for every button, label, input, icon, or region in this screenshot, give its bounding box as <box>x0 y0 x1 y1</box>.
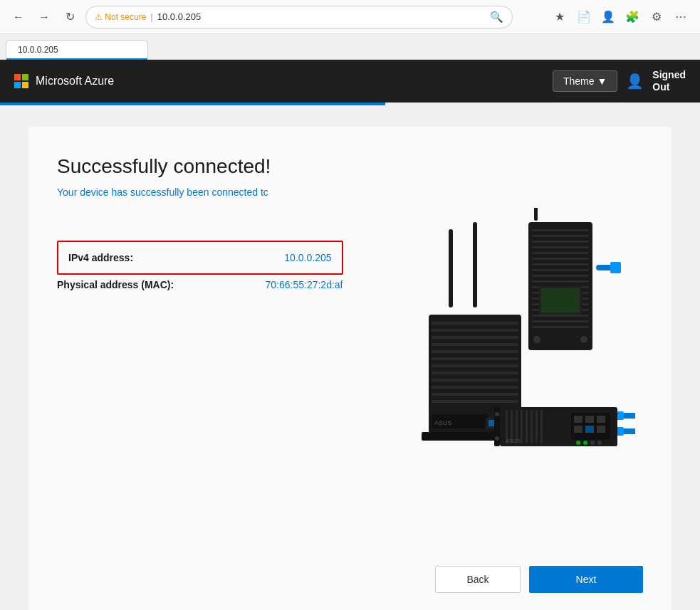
svg-point-47 <box>580 336 587 343</box>
back-nav-button[interactable]: ← <box>9 7 28 27</box>
card-top: Successfully connected! Your device has … <box>57 155 643 530</box>
svg-rect-6 <box>432 343 518 346</box>
extensions-icon[interactable]: 🧩 <box>622 6 643 28</box>
svg-rect-14 <box>432 400 518 403</box>
theme-button[interactable]: Theme ▼ <box>553 70 617 92</box>
svg-rect-27 <box>532 235 589 237</box>
svg-point-75 <box>495 436 499 441</box>
ipv4-row: IPv4 address: 10.0.0.205 <box>68 249 332 266</box>
card-right: ASUS <box>357 155 644 530</box>
svg-text:ASUS: ASUS <box>434 419 452 426</box>
svg-rect-3 <box>432 322 518 325</box>
svg-rect-22 <box>534 208 538 221</box>
settings-icon[interactable]: ⚙ <box>646 6 667 28</box>
svg-rect-64 <box>597 416 605 423</box>
svg-rect-45 <box>541 288 580 312</box>
ipv4-info-box: IPv4 address: 10.0.0.205 <box>57 241 343 275</box>
azure-title: Microsoft Azure <box>36 75 114 88</box>
svg-rect-12 <box>432 386 518 389</box>
favorites-icon[interactable]: ★ <box>549 6 570 28</box>
next-button[interactable]: Next <box>529 566 643 593</box>
ms-square-yellow <box>22 82 28 88</box>
svg-rect-57 <box>526 410 528 443</box>
svg-rect-33 <box>532 269 589 271</box>
address-bar[interactable]: ⚠ Not secure | 10.0.0.205 🔍 <box>85 6 513 28</box>
user-icon[interactable]: 👤 <box>626 73 644 90</box>
main-content: Successfully connected! Your device has … <box>0 105 700 610</box>
success-subtitle: Your device has successfully been connec… <box>57 186 343 198</box>
collections-icon[interactable]: 📄 <box>573 6 595 28</box>
svg-rect-7 <box>432 350 518 353</box>
svg-point-46 <box>533 336 540 343</box>
svg-rect-67 <box>597 426 605 433</box>
svg-rect-26 <box>532 229 589 231</box>
svg-rect-30 <box>532 252 589 254</box>
more-options-button[interactable]: ⋯ <box>670 6 691 28</box>
svg-rect-9 <box>432 364 518 367</box>
svg-rect-5 <box>432 336 518 339</box>
svg-rect-62 <box>574 416 583 423</box>
svg-rect-32 <box>532 263 589 265</box>
svg-rect-65 <box>574 426 583 433</box>
svg-rect-60 <box>540 410 543 443</box>
ms-square-blue <box>14 82 21 88</box>
svg-text:ASUS: ASUS <box>506 438 521 444</box>
svg-rect-41 <box>532 315 589 317</box>
svg-rect-31 <box>532 258 589 260</box>
active-tab[interactable]: 10.0.0.205 <box>6 40 148 59</box>
svg-rect-19 <box>489 420 494 426</box>
ipv4-value: 10.0.0.205 <box>284 252 331 263</box>
theme-label: Theme <box>563 75 595 87</box>
mac-row: Physical address (MAC): 70:66:55:27:2d:a… <box>57 275 343 295</box>
mac-value: 70:66:55:27:2d:af <box>266 279 343 290</box>
svg-rect-0 <box>449 229 453 307</box>
svg-rect-13 <box>432 393 518 396</box>
browser-chrome: ← → ↻ ⚠ Not secure | 10.0.0.205 🔍 ★ 📄 👤 … <box>0 0 700 34</box>
svg-rect-11 <box>432 379 518 382</box>
refresh-button[interactable]: ↻ <box>60 7 80 27</box>
svg-point-69 <box>583 441 587 445</box>
tab-title: 10.0.0.205 <box>18 45 58 55</box>
svg-rect-8 <box>432 357 518 360</box>
security-warning-icon: ⚠ Not secure <box>95 12 146 22</box>
content-card: Successfully connected! Your device has … <box>28 127 672 610</box>
svg-rect-42 <box>532 320 589 322</box>
forward-nav-button[interactable]: → <box>34 7 54 27</box>
svg-rect-28 <box>532 241 589 243</box>
header-right: Theme ▼ 👤 Signed Out <box>553 69 686 93</box>
svg-rect-4 <box>432 329 518 332</box>
tab-bar: 10.0.0.205 <box>0 34 700 60</box>
browser-actions: ★ 📄 👤 🧩 ⚙ ⋯ <box>549 6 691 28</box>
card-left: Successfully connected! Your device has … <box>57 155 343 530</box>
azure-logo: Microsoft Azure <box>14 74 114 88</box>
svg-rect-43 <box>532 326 589 328</box>
search-icon: 🔍 <box>490 11 503 23</box>
microsoft-logo <box>14 74 28 88</box>
ms-square-green <box>22 74 28 80</box>
mac-label: Physical address (MAC): <box>57 279 174 290</box>
card-bottom: Back Next <box>57 552 643 593</box>
success-title: Successfully connected! <box>57 155 343 178</box>
svg-rect-34 <box>532 275 589 277</box>
azure-header: Microsoft Azure Theme ▼ 👤 Signed Out <box>0 60 700 102</box>
account-icon[interactable]: 👤 <box>597 6 619 28</box>
svg-rect-63 <box>585 416 594 423</box>
svg-rect-58 <box>531 410 533 443</box>
signed-out-text: Signed Out <box>652 69 686 93</box>
svg-point-74 <box>495 412 499 416</box>
svg-point-71 <box>597 441 602 445</box>
back-button[interactable]: Back <box>435 566 521 593</box>
svg-rect-29 <box>532 246 589 248</box>
signed-out-line1: Signed <box>652 69 686 81</box>
svg-rect-35 <box>532 280 589 283</box>
svg-point-68 <box>576 441 580 445</box>
url-text: 10.0.0.205 <box>157 11 201 22</box>
svg-rect-1 <box>473 222 477 307</box>
device-svg: ASUS <box>365 208 635 478</box>
device-illustration: ASUS <box>365 208 635 478</box>
svg-rect-24 <box>610 262 621 273</box>
dropdown-icon: ▼ <box>597 75 607 87</box>
svg-rect-10 <box>432 372 518 374</box>
ipv4-label: IPv4 address: <box>68 252 133 263</box>
svg-rect-66 <box>585 426 594 433</box>
